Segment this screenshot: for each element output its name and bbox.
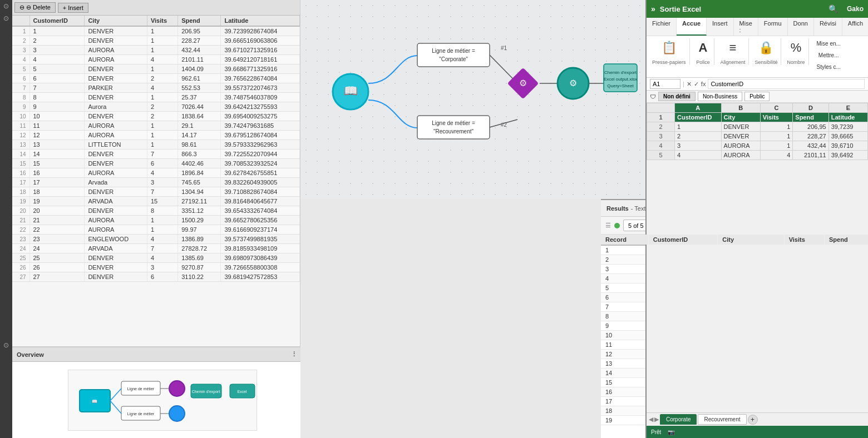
table-row: 2727DENVER63110.2239.6819427572853	[12, 272, 300, 282]
align-btn[interactable]: ≡	[726, 38, 740, 57]
group-police: A Police	[692, 38, 715, 65]
user-name: Gako	[847, 5, 864, 13]
overview-minimap: 📖 Ligne de métier Ligne de métier	[68, 370, 257, 431]
non-business-btn[interactable]: Non-Business	[698, 92, 742, 101]
overview-canvas: 📖 Ligne de métier Ligne de métier	[12, 362, 313, 438]
formula-bar: | ✕ ✓ fx	[647, 78, 868, 91]
excel-status-bar: Prêt 📷	[647, 426, 868, 438]
svg-text:Excel output.xlsx: Excel output.xlsx	[604, 77, 637, 82]
police-btn[interactable]: A	[696, 38, 711, 57]
excel-row-2: 2 1DENVER1206,9539,7239	[647, 122, 868, 132]
col-D[interactable]: D	[793, 103, 828, 113]
table-row: 2424ARVADA727828.7239.8185933498109	[12, 244, 300, 253]
excel-row-3: 3 2DENVER1228,2739,6665	[647, 132, 868, 141]
delete-button[interactable]: ⊖ ⊖ Delete	[14, 2, 56, 13]
excel-row-5: 5 4AURORA42101,1139,6492	[647, 151, 868, 160]
left-data-table-container: CustomerID City Visits Spend Latitude 11…	[12, 16, 300, 346]
table-row: 1212AURORA114.1739.6795128674084	[12, 131, 300, 140]
table-row: 1818DENVER71304.9439.7108828674084	[12, 187, 300, 197]
col-spend: Spend	[825, 235, 868, 245]
sidebar-icon-3[interactable]: ⊙	[3, 341, 9, 349]
scroll-left-icon[interactable]: ◀	[649, 416, 653, 423]
svg-text:Ligne de métier: Ligne de métier	[127, 412, 155, 416]
tab-formu[interactable]: Formu	[758, 18, 788, 36]
search-icon[interactable]: 🔍	[828, 4, 838, 13]
table-row: 2020DENVER83351.1239.6543332674084	[12, 206, 300, 216]
left-data-table: CustomerID City Visits Spend Latitude 11…	[12, 16, 300, 282]
non-defini-btn[interactable]: Non défini	[658, 92, 696, 101]
scroll-right-icon[interactable]: ▶	[654, 416, 659, 423]
public-btn[interactable]: Public	[744, 92, 770, 101]
col-E[interactable]: E	[828, 103, 867, 113]
fx-label: ✕	[687, 81, 692, 88]
sensibilite-btn[interactable]: 🔒	[755, 38, 777, 57]
table-row: 2525DENVER41385.6939.6980973086439	[12, 253, 300, 263]
styles-cellule-btn[interactable]: Styles c...	[813, 62, 844, 72]
left-sidebar-icons: ⊙ ⊙ ⊙	[0, 0, 12, 438]
group-nombre: % Nombre	[783, 38, 808, 65]
svg-text:Ligne de métier =: Ligne de métier =	[432, 48, 475, 54]
mise-en-forme-btn[interactable]: Mise en...	[813, 38, 844, 49]
tab-affich[interactable]: Affich	[842, 18, 868, 36]
presse-papiers-btn[interactable]: 📋	[658, 38, 680, 57]
sensitivity-bar: 🛡 Non défini Non-Business Public	[647, 91, 868, 103]
tab-accueil[interactable]: Accue	[677, 18, 707, 36]
svg-point-6	[169, 381, 185, 396]
svg-text:Excel: Excel	[237, 390, 247, 394]
col-header-spend: Spend	[178, 16, 221, 26]
col-header-city: City	[85, 16, 147, 26]
col-B[interactable]: B	[721, 103, 760, 113]
insert-button[interactable]: + Insert	[58, 3, 88, 13]
svg-rect-20	[417, 43, 490, 67]
results-icon: ☰	[605, 222, 611, 229]
svg-point-7	[169, 406, 185, 421]
sheet-corporate[interactable]: Corporate	[660, 414, 697, 425]
font-icon: A	[699, 41, 708, 55]
ribbon-tabs: Fichier Accue Insert Mise : Formu Donn R…	[647, 18, 868, 36]
align-icon: ≡	[729, 41, 737, 55]
tab-fichier[interactable]: Fichier	[647, 18, 677, 36]
col-customerid: CustomerID	[648, 235, 717, 245]
table-row: 66DENVER2962.6139.7656228674084	[12, 74, 300, 83]
add-sheet-icon[interactable]: +	[748, 415, 758, 425]
svg-text:Query=Sheet: Query=Sheet	[607, 83, 634, 88]
sidebar-icon-1[interactable]: ⊙	[3, 2, 9, 10]
formula-input[interactable]	[708, 79, 865, 89]
collapse-icon[interactable]: »	[651, 4, 655, 13]
mettre-btn[interactable]: Mettre...	[813, 50, 844, 61]
table-row: 1414DENVER7866.339.7225522070944	[12, 150, 300, 159]
col-header-visits: Visits	[147, 16, 177, 26]
tab-insert[interactable]: Insert	[707, 18, 734, 36]
sensitivity-icon: 🔒	[758, 41, 773, 55]
overview-panel: Overview ⋮ 📌 📖 Ligne de métier	[12, 346, 313, 438]
sidebar-icon-2[interactable]: ⊙	[3, 14, 9, 22]
svg-text:Chemin d'export: Chemin d'export	[604, 70, 637, 75]
table-row: 2222AURORA199.9739.6166909237174	[12, 225, 300, 235]
overview-options-icon[interactable]: ⋮	[291, 351, 297, 358]
col-A[interactable]: A	[675, 103, 722, 113]
svg-rect-24	[417, 116, 490, 139]
nombre-btn[interactable]: %	[787, 38, 805, 57]
table-row: 1111AURORA129.139.742479631685	[12, 121, 300, 131]
col-city: City	[718, 235, 784, 245]
svg-text:#1: #1	[501, 45, 507, 51]
middle-panel: 📖 Ligne de métier = "Corporate" #1 Ligne…	[300, 0, 645, 438]
svg-text:⚙: ⚙	[569, 78, 577, 88]
svg-text:"Recouvrement": "Recouvrement"	[433, 128, 474, 135]
tab-donn[interactable]: Donn	[788, 18, 814, 36]
group-alignement: ≡ Alignement	[717, 38, 749, 65]
workflow-canvas[interactable]: 📖 Ligne de métier = "Corporate" #1 Ligne…	[300, 0, 645, 199]
excel-data[interactable]: A B C D E 1 CustomerID City Visits Spend…	[647, 103, 868, 412]
delete-icon: ⊖	[19, 4, 24, 11]
tab-revisi[interactable]: Révisi	[814, 18, 842, 36]
tab-mise[interactable]: Mise :	[734, 18, 758, 36]
col-C[interactable]: C	[760, 103, 793, 113]
shield-icon: 🛡	[650, 93, 656, 100]
cell-reference-input[interactable]	[650, 79, 680, 89]
formula-separator: |	[683, 81, 684, 87]
right-panel: » Sortie Excel 🔍 Gako Fichier Accue Inse…	[645, 0, 868, 438]
sheet-recouvrement[interactable]: Recouvrement	[698, 414, 746, 425]
table-row: 2626DENVER39270.8739.7266558800308	[12, 263, 300, 272]
col-header-customerid: CustomerID	[29, 16, 85, 26]
percent-icon: %	[791, 41, 802, 55]
